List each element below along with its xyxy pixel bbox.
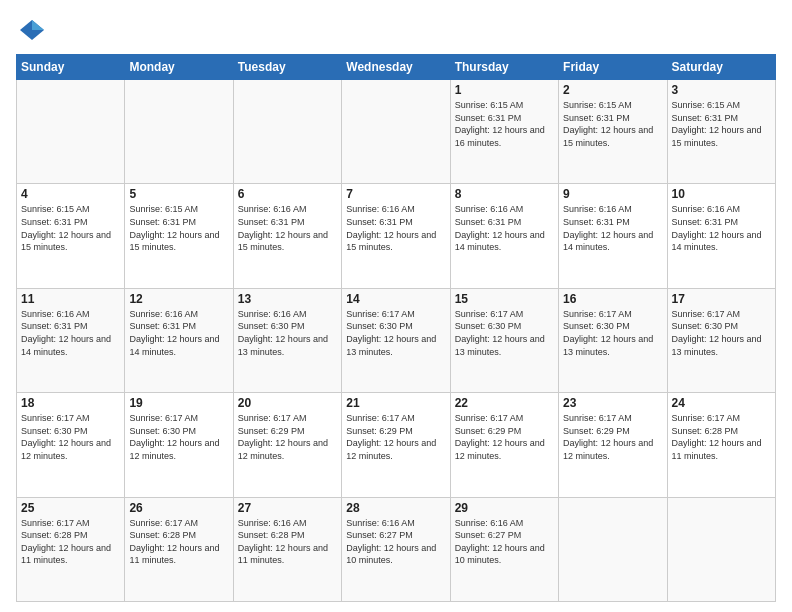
calendar-day-cell: 17Sunrise: 6:17 AM Sunset: 6:30 PM Dayli… xyxy=(667,288,775,392)
calendar-day-cell: 2Sunrise: 6:15 AM Sunset: 6:31 PM Daylig… xyxy=(559,80,667,184)
day-info: Sunrise: 6:17 AM Sunset: 6:28 PM Dayligh… xyxy=(129,517,228,567)
day-number: 21 xyxy=(346,396,445,410)
calendar-day-cell: 22Sunrise: 6:17 AM Sunset: 6:29 PM Dayli… xyxy=(450,393,558,497)
day-info: Sunrise: 6:15 AM Sunset: 6:31 PM Dayligh… xyxy=(129,203,228,253)
day-info: Sunrise: 6:17 AM Sunset: 6:30 PM Dayligh… xyxy=(563,308,662,358)
day-info: Sunrise: 6:16 AM Sunset: 6:31 PM Dayligh… xyxy=(672,203,771,253)
calendar-day-cell: 19Sunrise: 6:17 AM Sunset: 6:30 PM Dayli… xyxy=(125,393,233,497)
day-number: 26 xyxy=(129,501,228,515)
header xyxy=(16,16,776,44)
day-info: Sunrise: 6:15 AM Sunset: 6:31 PM Dayligh… xyxy=(21,203,120,253)
calendar-day-cell: 25Sunrise: 6:17 AM Sunset: 6:28 PM Dayli… xyxy=(17,497,125,601)
day-info: Sunrise: 6:16 AM Sunset: 6:28 PM Dayligh… xyxy=(238,517,337,567)
calendar-day-cell xyxy=(667,497,775,601)
calendar-day-header: Sunday xyxy=(17,55,125,80)
day-info: Sunrise: 6:17 AM Sunset: 6:28 PM Dayligh… xyxy=(672,412,771,462)
calendar-day-cell: 9Sunrise: 6:16 AM Sunset: 6:31 PM Daylig… xyxy=(559,184,667,288)
day-info: Sunrise: 6:16 AM Sunset: 6:30 PM Dayligh… xyxy=(238,308,337,358)
calendar-week-row: 4Sunrise: 6:15 AM Sunset: 6:31 PM Daylig… xyxy=(17,184,776,288)
calendar-week-row: 1Sunrise: 6:15 AM Sunset: 6:31 PM Daylig… xyxy=(17,80,776,184)
calendar-day-cell: 7Sunrise: 6:16 AM Sunset: 6:31 PM Daylig… xyxy=(342,184,450,288)
logo-icon xyxy=(18,16,46,44)
calendar-day-cell: 10Sunrise: 6:16 AM Sunset: 6:31 PM Dayli… xyxy=(667,184,775,288)
day-info: Sunrise: 6:15 AM Sunset: 6:31 PM Dayligh… xyxy=(563,99,662,149)
calendar-header-row: SundayMondayTuesdayWednesdayThursdayFrid… xyxy=(17,55,776,80)
calendar-day-cell: 29Sunrise: 6:16 AM Sunset: 6:27 PM Dayli… xyxy=(450,497,558,601)
day-info: Sunrise: 6:15 AM Sunset: 6:31 PM Dayligh… xyxy=(672,99,771,149)
page: SundayMondayTuesdayWednesdayThursdayFrid… xyxy=(0,0,792,612)
calendar-day-cell: 21Sunrise: 6:17 AM Sunset: 6:29 PM Dayli… xyxy=(342,393,450,497)
calendar-day-cell: 6Sunrise: 6:16 AM Sunset: 6:31 PM Daylig… xyxy=(233,184,341,288)
day-info: Sunrise: 6:17 AM Sunset: 6:29 PM Dayligh… xyxy=(455,412,554,462)
calendar-day-cell xyxy=(342,80,450,184)
calendar-day-cell: 11Sunrise: 6:16 AM Sunset: 6:31 PM Dayli… xyxy=(17,288,125,392)
day-number: 13 xyxy=(238,292,337,306)
calendar-day-cell: 3Sunrise: 6:15 AM Sunset: 6:31 PM Daylig… xyxy=(667,80,775,184)
calendar-day-cell: 24Sunrise: 6:17 AM Sunset: 6:28 PM Dayli… xyxy=(667,393,775,497)
day-number: 7 xyxy=(346,187,445,201)
calendar-day-cell: 1Sunrise: 6:15 AM Sunset: 6:31 PM Daylig… xyxy=(450,80,558,184)
calendar-day-header: Monday xyxy=(125,55,233,80)
day-number: 17 xyxy=(672,292,771,306)
day-number: 12 xyxy=(129,292,228,306)
day-info: Sunrise: 6:17 AM Sunset: 6:28 PM Dayligh… xyxy=(21,517,120,567)
day-number: 6 xyxy=(238,187,337,201)
day-number: 15 xyxy=(455,292,554,306)
day-number: 2 xyxy=(563,83,662,97)
day-number: 14 xyxy=(346,292,445,306)
day-number: 1 xyxy=(455,83,554,97)
calendar-day-cell: 27Sunrise: 6:16 AM Sunset: 6:28 PM Dayli… xyxy=(233,497,341,601)
day-number: 23 xyxy=(563,396,662,410)
calendar-week-row: 18Sunrise: 6:17 AM Sunset: 6:30 PM Dayli… xyxy=(17,393,776,497)
day-number: 27 xyxy=(238,501,337,515)
day-number: 22 xyxy=(455,396,554,410)
calendar-day-header: Saturday xyxy=(667,55,775,80)
day-info: Sunrise: 6:17 AM Sunset: 6:30 PM Dayligh… xyxy=(346,308,445,358)
calendar-day-cell: 20Sunrise: 6:17 AM Sunset: 6:29 PM Dayli… xyxy=(233,393,341,497)
day-number: 10 xyxy=(672,187,771,201)
svg-marker-1 xyxy=(32,20,44,30)
calendar-day-cell xyxy=(17,80,125,184)
day-number: 19 xyxy=(129,396,228,410)
day-number: 8 xyxy=(455,187,554,201)
calendar-day-cell: 13Sunrise: 6:16 AM Sunset: 6:30 PM Dayli… xyxy=(233,288,341,392)
day-info: Sunrise: 6:17 AM Sunset: 6:29 PM Dayligh… xyxy=(346,412,445,462)
calendar-day-cell: 4Sunrise: 6:15 AM Sunset: 6:31 PM Daylig… xyxy=(17,184,125,288)
calendar-day-header: Friday xyxy=(559,55,667,80)
day-info: Sunrise: 6:17 AM Sunset: 6:30 PM Dayligh… xyxy=(129,412,228,462)
calendar-day-cell xyxy=(125,80,233,184)
calendar-day-cell: 16Sunrise: 6:17 AM Sunset: 6:30 PM Dayli… xyxy=(559,288,667,392)
day-info: Sunrise: 6:16 AM Sunset: 6:27 PM Dayligh… xyxy=(455,517,554,567)
day-number: 5 xyxy=(129,187,228,201)
calendar-day-cell: 23Sunrise: 6:17 AM Sunset: 6:29 PM Dayli… xyxy=(559,393,667,497)
calendar-day-cell: 26Sunrise: 6:17 AM Sunset: 6:28 PM Dayli… xyxy=(125,497,233,601)
day-info: Sunrise: 6:16 AM Sunset: 6:31 PM Dayligh… xyxy=(563,203,662,253)
day-number: 24 xyxy=(672,396,771,410)
calendar-day-cell: 14Sunrise: 6:17 AM Sunset: 6:30 PM Dayli… xyxy=(342,288,450,392)
day-number: 4 xyxy=(21,187,120,201)
day-number: 28 xyxy=(346,501,445,515)
calendar-day-cell: 28Sunrise: 6:16 AM Sunset: 6:27 PM Dayli… xyxy=(342,497,450,601)
calendar-table: SundayMondayTuesdayWednesdayThursdayFrid… xyxy=(16,54,776,602)
calendar-day-cell: 12Sunrise: 6:16 AM Sunset: 6:31 PM Dayli… xyxy=(125,288,233,392)
day-number: 9 xyxy=(563,187,662,201)
day-info: Sunrise: 6:16 AM Sunset: 6:31 PM Dayligh… xyxy=(455,203,554,253)
calendar-day-header: Tuesday xyxy=(233,55,341,80)
calendar-week-row: 11Sunrise: 6:16 AM Sunset: 6:31 PM Dayli… xyxy=(17,288,776,392)
day-number: 3 xyxy=(672,83,771,97)
day-info: Sunrise: 6:16 AM Sunset: 6:27 PM Dayligh… xyxy=(346,517,445,567)
day-info: Sunrise: 6:16 AM Sunset: 6:31 PM Dayligh… xyxy=(21,308,120,358)
calendar-day-cell xyxy=(559,497,667,601)
day-info: Sunrise: 6:16 AM Sunset: 6:31 PM Dayligh… xyxy=(129,308,228,358)
day-info: Sunrise: 6:17 AM Sunset: 6:30 PM Dayligh… xyxy=(672,308,771,358)
day-info: Sunrise: 6:17 AM Sunset: 6:30 PM Dayligh… xyxy=(455,308,554,358)
day-info: Sunrise: 6:17 AM Sunset: 6:30 PM Dayligh… xyxy=(21,412,120,462)
day-number: 25 xyxy=(21,501,120,515)
logo xyxy=(16,16,46,44)
day-number: 11 xyxy=(21,292,120,306)
day-info: Sunrise: 6:15 AM Sunset: 6:31 PM Dayligh… xyxy=(455,99,554,149)
day-number: 18 xyxy=(21,396,120,410)
day-number: 29 xyxy=(455,501,554,515)
calendar-day-cell: 18Sunrise: 6:17 AM Sunset: 6:30 PM Dayli… xyxy=(17,393,125,497)
calendar-day-cell xyxy=(233,80,341,184)
